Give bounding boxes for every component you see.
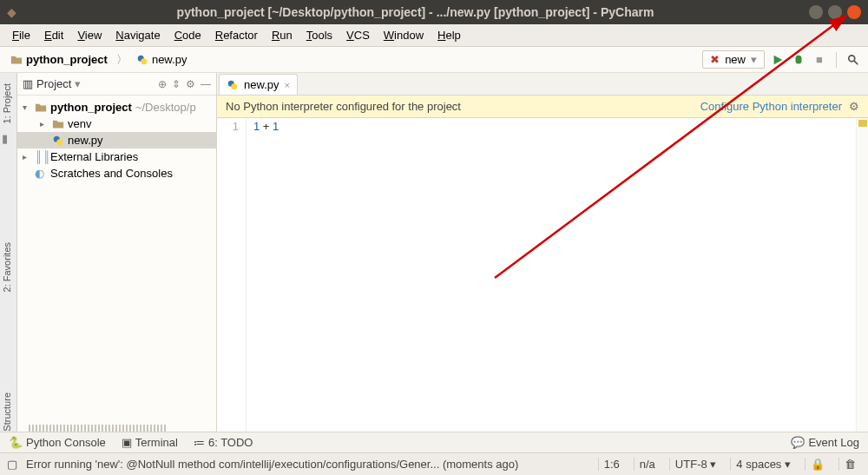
warning-marker[interactable] xyxy=(858,120,867,127)
tree-root-path: ~/Desktop/p xyxy=(135,101,196,114)
left-tool-stripe: 1: Project ▮ 2: Favorites 7: Structure xyxy=(0,73,17,452)
tool-tab-favorites[interactable]: 2: Favorites xyxy=(0,239,16,295)
line-number: 1 xyxy=(217,120,239,133)
gear-icon[interactable]: ⚙ xyxy=(186,78,195,90)
indent-selector[interactable]: 4 spaces ▾ xyxy=(730,458,796,471)
svg-point-6 xyxy=(231,83,237,89)
menu-help[interactable]: Help xyxy=(431,26,468,44)
stop-button[interactable]: ■ xyxy=(812,52,827,68)
search-everywhere-button[interactable] xyxy=(845,52,861,68)
maximize-button[interactable] xyxy=(828,5,842,19)
tree-node-label: new.py xyxy=(68,134,102,147)
chevron-down-icon: ▾ xyxy=(751,53,757,66)
menu-vcs[interactable]: VCS xyxy=(339,26,377,44)
menu-refactor[interactable]: Refactor xyxy=(208,26,265,44)
project-icon: ▥ xyxy=(23,77,33,90)
memory-indicator[interactable]: 🗑 xyxy=(838,458,861,471)
bookmark-icon: ▮ xyxy=(0,132,16,145)
python-file-icon xyxy=(52,135,64,147)
code-token: + xyxy=(260,120,273,133)
tool-tab-todo[interactable]: ≔ 6: TODO xyxy=(194,436,253,449)
tree-root-label: python_project xyxy=(50,101,132,114)
minimize-button[interactable] xyxy=(809,5,823,19)
editor-tab-label: new.py xyxy=(244,78,279,91)
breadcrumb: python_project 〉 new.py xyxy=(7,51,702,68)
tree-external-libraries[interactable]: ▸ ║║ External Libraries xyxy=(17,148,216,165)
chevron-right-icon: 〉 xyxy=(116,52,128,68)
menu-file[interactable]: File xyxy=(5,26,37,44)
window-title: python_project [~/Desktop/python_project… xyxy=(22,5,809,19)
menu-run[interactable]: Run xyxy=(265,26,299,44)
breadcrumb-file-label: new.py xyxy=(152,53,187,66)
run-error-icon: ✖ xyxy=(710,53,720,66)
status-message: Error running 'new': @NotNull method com… xyxy=(26,458,589,471)
line-gutter: 1 xyxy=(217,118,247,452)
collapse-icon[interactable]: ⇕ xyxy=(172,78,181,90)
line-separator[interactable]: n/a xyxy=(634,458,661,471)
readonly-toggle[interactable]: 🔒 xyxy=(805,458,830,471)
interpreter-warning-bar: No Python interpreter configured for the… xyxy=(217,96,868,118)
menu-navigate[interactable]: Navigate xyxy=(108,26,167,44)
caret-down-icon: ▾ xyxy=(23,102,31,112)
breadcrumb-file[interactable]: new.py xyxy=(133,51,190,68)
bottom-tool-stripe: 🐍 Python Console ▣ Terminal ≔ 6: TODO 💬 … xyxy=(0,432,868,452)
editor-tab-newpy[interactable]: new.py × xyxy=(219,74,298,95)
menu-view[interactable]: View xyxy=(70,26,108,44)
split-handle[interactable] xyxy=(29,425,168,432)
tool-tab-label: Terminal xyxy=(135,436,178,449)
code-editor[interactable]: 1 1 + 1 xyxy=(217,118,868,452)
hide-tool-window-button[interactable]: — xyxy=(201,78,211,90)
breadcrumb-project[interactable]: python_project xyxy=(7,51,111,68)
navigation-toolbar: python_project 〉 new.py ✖ new ▾ ■ xyxy=(0,47,868,73)
app-icon: ◆ xyxy=(7,5,16,19)
svg-point-4 xyxy=(56,139,62,145)
python-file-icon xyxy=(227,79,239,91)
editor-area: new.py × No Python interpreter configure… xyxy=(217,73,868,452)
chevron-down-icon: ▾ xyxy=(75,77,81,90)
tree-scratches-label: Scratches and Consoles xyxy=(50,167,173,180)
error-stripe[interactable] xyxy=(856,118,868,452)
encoding-selector[interactable]: UTF-8 ▾ xyxy=(669,458,721,471)
caret-right-icon: ▸ xyxy=(40,119,49,129)
project-view-selector[interactable]: ▥ Project ▾ xyxy=(23,77,153,90)
tool-tab-event-log[interactable]: 💬 Event Log xyxy=(791,436,859,449)
tree-node-venv[interactable]: ▸ venv xyxy=(17,115,216,132)
folder-icon xyxy=(35,102,47,114)
tree-scratches[interactable]: ◐ Scratches and Consoles xyxy=(17,165,216,181)
warning-text: No Python interpreter configured for the… xyxy=(226,100,461,113)
tree-external-label: External Libraries xyxy=(50,150,138,163)
locate-icon[interactable]: ⊕ xyxy=(158,78,167,90)
run-config-selector[interactable]: ✖ new ▾ xyxy=(702,50,765,69)
caret-right-icon: ▸ xyxy=(23,152,31,162)
tool-tab-terminal[interactable]: ▣ Terminal xyxy=(122,436,178,449)
close-button[interactable] xyxy=(847,5,861,19)
status-icon: ▢ xyxy=(7,458,17,471)
menu-bar: FileEditViewNavigateCodeRefactorRunTools… xyxy=(0,24,868,47)
menu-tools[interactable]: Tools xyxy=(299,26,339,44)
project-view-label: Project xyxy=(36,77,71,90)
project-tool-window: ▥ Project ▾ ⊕ ⇕ ⚙ — ▾ python_project ~/D… xyxy=(17,73,217,452)
tool-tab-project[interactable]: 1: Project xyxy=(0,80,14,127)
tool-tab-python-console[interactable]: 🐍 Python Console xyxy=(9,436,106,449)
tree-node-label: venv xyxy=(68,117,91,130)
close-tab-button[interactable]: × xyxy=(284,80,289,90)
gear-icon[interactable]: ⚙ xyxy=(849,100,859,113)
run-button[interactable] xyxy=(770,52,786,68)
window-titlebar: ◆ python_project [~/Desktop/python_proje… xyxy=(0,0,868,24)
tree-node-newpy[interactable]: new.py xyxy=(17,132,216,148)
tool-tab-label: 6: TODO xyxy=(208,436,253,449)
tool-tab-label: Python Console xyxy=(26,436,106,449)
menu-code[interactable]: Code xyxy=(168,26,208,44)
configure-interpreter-link[interactable]: Configure Python interpreter xyxy=(700,100,842,113)
svg-point-2 xyxy=(849,55,855,61)
debug-button[interactable] xyxy=(791,52,806,68)
svg-point-1 xyxy=(141,58,147,64)
folder-icon xyxy=(52,118,64,130)
library-icon: ║║ xyxy=(35,150,47,163)
menu-edit[interactable]: Edit xyxy=(37,26,70,44)
folder-icon xyxy=(10,54,23,66)
tool-tab-label: Event Log xyxy=(808,436,859,449)
menu-window[interactable]: Window xyxy=(377,26,431,44)
caret-position[interactable]: 1:6 xyxy=(598,458,625,471)
tree-root[interactable]: ▾ python_project ~/Desktop/p xyxy=(17,99,216,115)
